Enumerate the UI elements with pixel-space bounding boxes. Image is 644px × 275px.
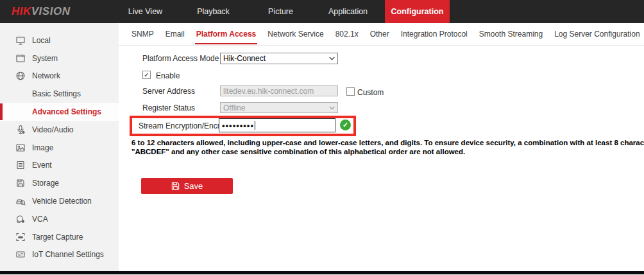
nav-configuration[interactable]: Configuration: [385, 0, 450, 23]
tab-email[interactable]: Email: [164, 23, 186, 45]
nav-live-view-label: Live View: [128, 7, 162, 16]
save-button[interactable]: Save: [141, 178, 233, 194]
sidebar-item-system[interactable]: System: [0, 49, 119, 67]
sidebar-item-label: IoT Channel Settings: [32, 250, 104, 259]
nav-playback[interactable]: Playback: [180, 0, 247, 23]
enable-checkbox[interactable]: ✓: [142, 71, 151, 79]
sidebar-item-event[interactable]: Event: [0, 157, 119, 175]
tab-integration-protocol[interactable]: Integration Protocol: [400, 23, 469, 45]
chevron-down-icon: [329, 106, 335, 110]
nav-picture-label: Picture: [268, 7, 293, 16]
sidebar-item-label: Target Capture: [32, 233, 83, 242]
sidebar-item-label: Advanced Settings: [32, 107, 101, 116]
vca-icon: [15, 214, 26, 224]
server-address-input: litedev.eu.hik-connect.com: [220, 85, 338, 96]
logo-text-hik: HIK: [12, 5, 31, 17]
sidebar-item-label: Vehicle Detection: [32, 197, 92, 206]
tab-bar: SNMP Email Platform Access Network Servi…: [119, 23, 644, 46]
custom-label: Custom: [357, 88, 384, 97]
stream-encryption-label: Stream Encryption/Encry...: [139, 121, 230, 130]
password-hint-line2: "ABCDEF" and any other case sensitive co…: [131, 147, 465, 156]
chevron-down-icon: [329, 57, 335, 60]
tab-label: Smooth Streaming: [479, 30, 543, 39]
server-address-label: Server Address: [142, 87, 195, 96]
tab-other[interactable]: Other: [369, 23, 391, 45]
nav-playback-label: Playback: [197, 7, 230, 16]
tab-snmp[interactable]: SNMP: [130, 23, 155, 45]
sidebar-item-target-capture[interactable]: Target Capture: [0, 228, 119, 246]
enable-row: ✓ Enable: [119, 70, 644, 80]
register-status-select: Offline: [220, 102, 338, 113]
sidebar-item-label: Event: [32, 161, 52, 170]
tab-log-server-configuration[interactable]: Log Server Configuration: [553, 23, 641, 45]
enable-label: Enable: [156, 71, 180, 80]
custom-checkbox[interactable]: ✓: [346, 87, 355, 96]
register-status-value: Offline: [223, 103, 245, 112]
hikvision-config-page: HIKVISION Live View Playback Picture App…: [0, 0, 644, 275]
iot-icon: IoT: [15, 249, 26, 260]
logo-text-vision: VISION: [31, 5, 71, 17]
tab-label: Network Service: [267, 30, 323, 39]
masked-password-value: •••••••••: [222, 121, 254, 130]
sidebar-item-label: System: [32, 54, 58, 63]
target-capture-icon: [15, 232, 26, 242]
sidebar-item-label: Local: [32, 36, 51, 45]
checkmark-glyph: ✓: [144, 71, 149, 78]
platform-access-mode-label: Platform Access Mode: [142, 54, 219, 63]
text-cursor: [255, 121, 255, 130]
save-button-label: Save: [184, 181, 203, 191]
nav-configuration-label: Configuration: [391, 7, 444, 16]
valid-check-icon: ✓: [340, 120, 351, 130]
sidebar-item-label: Video/Audio: [32, 125, 74, 134]
sidebar-item-local[interactable]: Local: [0, 31, 119, 49]
checkmark-glyph: ✓: [343, 121, 348, 129]
sidebar-item-vehicle-detection[interactable]: Vehicle Detection: [0, 192, 119, 210]
vehicle-detection-icon: [15, 196, 26, 206]
sidebar-item-iot-channel-settings[interactable]: IoT IoT Channel Settings: [0, 246, 119, 264]
sidebar-item-label: VCA: [32, 215, 48, 224]
sidebar-item-video-audio[interactable]: Video/Audio: [0, 121, 119, 139]
tab-label: Log Server Configuration: [554, 30, 640, 39]
nav-live-view[interactable]: Live View: [112, 0, 179, 23]
tab-smooth-streaming[interactable]: Smooth Streaming: [478, 23, 544, 45]
platform-access-mode-value: Hik-Connect: [223, 54, 266, 63]
tab-label: Integration Protocol: [401, 30, 468, 39]
sidebar-item-advanced-settings[interactable]: Advanced Settings: [0, 103, 119, 121]
nav-application[interactable]: Application: [314, 0, 382, 23]
stream-encryption-password-input[interactable]: •••••••••: [219, 118, 335, 132]
microphone-icon: [15, 125, 26, 135]
main-content: SNMP Email Platform Access Network Servi…: [119, 23, 644, 271]
password-hint-line1: 6 to 12 characters allowed, including up…: [131, 138, 644, 147]
image-icon: [15, 143, 26, 153]
sidebar-item-vca[interactable]: VCA: [0, 210, 119, 228]
event-icon: [15, 160, 26, 170]
tab-label: Email: [165, 30, 185, 39]
nav-picture[interactable]: Picture: [247, 0, 314, 23]
active-indicator-bar: [0, 103, 3, 120]
monitor-icon: [15, 35, 26, 46]
top-bar: HIKVISION Live View Playback Picture App…: [0, 0, 644, 23]
sidebar-item-image[interactable]: Image: [0, 139, 119, 157]
sidebar-item-label: Basic Settings: [32, 89, 81, 98]
sidebar-item-basic-settings[interactable]: Basic Settings: [0, 85, 119, 103]
register-status-label: Register Status: [142, 103, 195, 112]
tab-network-service[interactable]: Network Service: [266, 23, 325, 45]
svg-text:IoT: IoT: [18, 253, 24, 257]
platform-access-mode-row: Platform Access Mode Hik-Connect: [119, 53, 644, 64]
window-icon: [15, 53, 26, 64]
tab-802-1x[interactable]: 802.1x: [334, 23, 360, 45]
nav-application-label: Application: [328, 7, 368, 16]
register-status-row: Register Status Offline: [119, 102, 644, 113]
platform-access-mode-select[interactable]: Hik-Connect: [220, 53, 338, 64]
tab-label: SNMP: [131, 30, 154, 39]
server-address-value: litedev.eu.hik-connect.com: [223, 87, 314, 96]
globe-icon: [15, 71, 26, 81]
server-address-row: Server Address litedev.eu.hik-connect.co…: [119, 85, 644, 96]
sidebar-item-network[interactable]: Network: [0, 67, 119, 85]
sidebar-item-label: Network: [32, 71, 60, 80]
sidebar-item-label: Storage: [32, 179, 59, 188]
tab-platform-access[interactable]: Platform Access: [195, 23, 258, 45]
sidebar-item-storage[interactable]: Storage: [0, 174, 119, 192]
tab-label: Other: [370, 30, 389, 39]
storage-icon: [15, 178, 26, 188]
